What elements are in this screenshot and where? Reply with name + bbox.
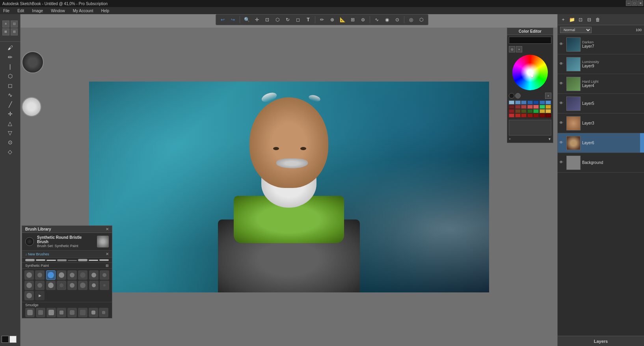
menu-help[interactable]: Help xyxy=(99,8,111,13)
swatch-21[interactable] xyxy=(545,109,551,113)
brush-9[interactable] xyxy=(24,281,34,290)
brush-7[interactable] xyxy=(89,270,99,280)
move-tool[interactable]: ✛ xyxy=(6,110,15,118)
color-picker-button[interactable]: ⬡ xyxy=(417,15,426,24)
swatch-4[interactable] xyxy=(527,100,533,104)
brush-1[interactable] xyxy=(24,270,34,280)
brush-6[interactable] xyxy=(78,270,87,280)
triangle-tool[interactable]: △ xyxy=(6,119,15,128)
brush-section-options[interactable]: ⊞ xyxy=(106,264,109,268)
smudge-1[interactable] xyxy=(25,308,35,317)
eyedropper-btn[interactable]: ⊙ xyxy=(509,46,515,52)
color-preview[interactable] xyxy=(509,37,551,44)
swatch-12[interactable] xyxy=(533,105,539,109)
blend-mode-dropdown[interactable]: Normal Multiply Screen Overlay Darken Li… xyxy=(560,27,592,33)
layer-item-3[interactable]: 👁 Layer3 xyxy=(558,113,644,133)
crop-button[interactable]: ⬡ xyxy=(273,15,282,24)
brush-library-close[interactable]: ✕ xyxy=(106,227,109,231)
eyedropper-button[interactable]: ⊙ xyxy=(393,15,402,24)
brush-10[interactable] xyxy=(35,281,45,290)
color-add-btn[interactable]: + xyxy=(509,137,511,141)
swatch-23[interactable] xyxy=(515,113,521,117)
smudge-button[interactable]: ∿ xyxy=(372,15,381,24)
swatch-9[interactable] xyxy=(515,105,521,109)
line-tool[interactable]: ╱ xyxy=(6,100,15,109)
secondary-color-swatch[interactable] xyxy=(9,336,17,343)
pencil-button[interactable]: ✏ xyxy=(318,15,326,24)
swatch-6[interactable] xyxy=(540,100,545,104)
marker-tool[interactable]: | xyxy=(6,62,15,71)
swatch-1[interactable] xyxy=(509,100,514,104)
color-wheel[interactable] xyxy=(512,55,548,90)
window-controls[interactable]: ─ □ ✕ xyxy=(626,0,643,6)
brush-3-selected[interactable] xyxy=(46,270,56,280)
menu-image[interactable]: Image xyxy=(30,8,45,13)
primary-color-swatch[interactable] xyxy=(2,336,9,343)
folder-layer-button[interactable]: 📁 xyxy=(568,16,576,24)
panel-btn-1[interactable]: ⊡ xyxy=(11,20,18,28)
swatch-13[interactable] xyxy=(540,105,545,109)
swatch-14[interactable] xyxy=(545,105,551,109)
smudge-2[interactable] xyxy=(36,308,45,317)
swatch-15[interactable] xyxy=(509,109,514,113)
layer-item-bg[interactable]: 👁 Background xyxy=(558,153,644,173)
swatch-2[interactable] xyxy=(515,100,521,104)
swatch-18[interactable] xyxy=(527,109,533,113)
grid-button[interactable]: ⊞ xyxy=(348,15,357,24)
brush-more[interactable]: ▶ xyxy=(35,291,45,300)
symmetry-button[interactable]: ⊕ xyxy=(328,15,337,24)
swatch-17[interactable] xyxy=(521,109,527,113)
brush-4[interactable] xyxy=(57,270,66,280)
brush-size-dark[interactable] xyxy=(22,51,44,73)
swatch-28[interactable] xyxy=(545,113,551,117)
smudge-5[interactable] xyxy=(67,308,77,317)
merge-layer-button[interactable]: ⊟ xyxy=(585,16,593,24)
swatch-27[interactable] xyxy=(540,113,545,117)
swatch-10[interactable] xyxy=(521,105,527,109)
redo-button[interactable]: ↪ xyxy=(229,15,237,24)
layer-eye-4[interactable]: 👁 xyxy=(559,81,565,87)
brush-size-light[interactable] xyxy=(22,97,41,117)
smudge-tool[interactable]: ∿ xyxy=(6,91,15,99)
smudge-6[interactable] xyxy=(78,308,87,317)
color-wheel-button[interactable]: ◎ xyxy=(407,15,415,24)
transform-button[interactable]: ⊡ xyxy=(263,15,272,24)
layer-eye-3[interactable]: 👁 xyxy=(559,121,565,126)
brush-5[interactable] xyxy=(67,270,77,280)
eyedropper-tool[interactable]: ⊙ xyxy=(6,138,15,147)
smudge-7[interactable] xyxy=(89,308,98,317)
brush-11[interactable] xyxy=(46,281,56,290)
swatch-3[interactable] xyxy=(521,100,527,104)
swatch-25[interactable] xyxy=(527,113,533,117)
delete-layer-button[interactable]: 🗑 xyxy=(594,16,602,24)
menu-file[interactable]: File xyxy=(2,8,11,13)
layer-eye-bg[interactable]: 👁 xyxy=(559,160,565,166)
drawing-canvas[interactable] xyxy=(89,82,489,292)
layer-eye-9[interactable]: 👁 xyxy=(559,61,565,67)
brush-16[interactable] xyxy=(100,281,109,290)
brush-8[interactable] xyxy=(100,270,109,280)
brush-2[interactable] xyxy=(35,270,45,280)
swatch-11[interactable] xyxy=(527,105,533,109)
rotate-button[interactable]: ↻ xyxy=(283,15,292,24)
panel-collapse-button[interactable]: ≡ xyxy=(2,20,9,28)
panel-btn-2[interactable]: ⊟ xyxy=(11,28,18,35)
brush-13[interactable] xyxy=(67,281,77,290)
brush-15[interactable] xyxy=(89,281,99,290)
shape-tool[interactable]: ◇ xyxy=(6,147,15,156)
brush-tool[interactable]: 🖌 xyxy=(6,43,15,52)
text-button[interactable]: T xyxy=(304,15,313,24)
layer-item-7[interactable]: 👁 Darken Layer7 xyxy=(558,35,644,54)
minimize-button[interactable]: ─ xyxy=(626,0,631,6)
swatch-24[interactable] xyxy=(521,113,527,117)
brush-14[interactable] xyxy=(78,281,87,290)
eraser-tool[interactable]: ◻ xyxy=(6,81,15,90)
swatch-20[interactable] xyxy=(540,109,545,113)
eraser-button[interactable]: ◉ xyxy=(383,15,391,24)
fill-tool2[interactable]: ▽ xyxy=(6,128,15,137)
brush-17[interactable] xyxy=(24,291,34,300)
color-menu-btn[interactable]: ▼ xyxy=(548,137,551,141)
layer-eye-7[interactable]: 👁 xyxy=(559,42,565,47)
new-brushes-close[interactable]: ✕ xyxy=(106,252,109,256)
color-wheel-container[interactable] xyxy=(507,53,553,92)
